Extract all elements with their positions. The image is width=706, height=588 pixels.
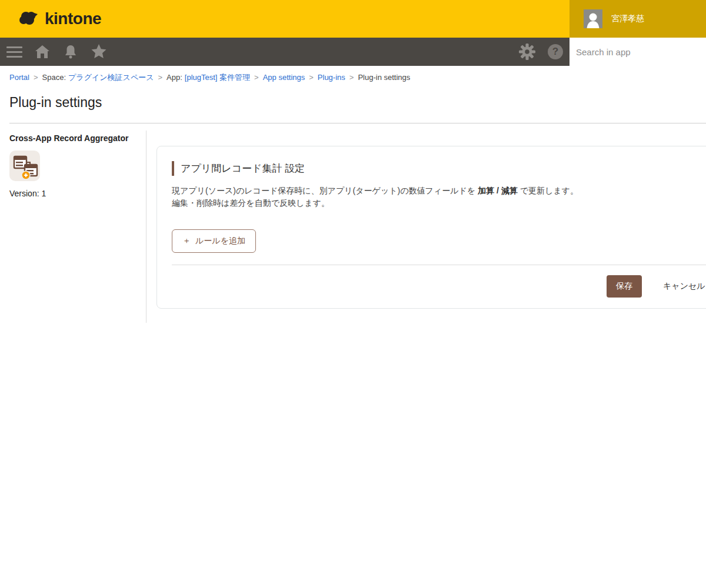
plus-badge-icon [22, 171, 30, 179]
kintone-logo[interactable]: kintone [18, 9, 101, 29]
plugin-name: Cross-App Record Aggregator [9, 133, 136, 143]
breadcrumb-separator: > [309, 73, 314, 82]
plugin-version: Version: 1 [9, 189, 136, 198]
brand-header: kintone 宮澤孝慈 [0, 0, 706, 38]
bell-icon[interactable] [56, 38, 85, 66]
breadcrumb-app-link[interactable]: [plugTest] 案件管理 [185, 73, 250, 82]
breadcrumb-separator: > [349, 73, 354, 82]
description-line2: 編集・削除時は差分を自動で反映します。 [172, 198, 329, 208]
hamburger-menu-icon[interactable] [0, 38, 28, 66]
breadcrumb-separator: > [254, 73, 259, 82]
global-navbar: ? [0, 38, 706, 66]
plugin-settings-panel: アプリ間レコード集計 設定 現アプリ(ソース)のレコード保存時に、別アプリ(ター… [156, 146, 706, 309]
help-icon[interactable]: ? [541, 38, 570, 66]
breadcrumb: Portal>Space:プラグイン検証スペース>App:[plugTest] … [0, 66, 706, 83]
save-button[interactable]: 保存 [607, 275, 642, 298]
breadcrumb-separator: > [34, 73, 38, 82]
add-rule-button[interactable]: ＋ ルールを追加 [172, 229, 256, 253]
panel-heading: アプリ間レコード集計 設定 [172, 161, 706, 176]
breadcrumb-current: Plug-in settings [358, 73, 410, 82]
heading-accent-bar [172, 161, 174, 176]
page-title: Plug-in settings [9, 95, 697, 111]
breadcrumb-portal[interactable]: Portal [9, 73, 29, 82]
plugin-sidebar: Cross-App Record Aggregator [0, 131, 146, 323]
panel-heading-text: アプリ間レコード集計 設定 [181, 162, 305, 175]
cancel-link[interactable]: キャンセル [663, 281, 705, 292]
home-icon[interactable] [28, 38, 56, 66]
cloud-logo-icon [18, 9, 42, 29]
panel-footer: 保存 キャンセル [172, 265, 706, 298]
logo-text: kintone [45, 9, 101, 28]
avatar[interactable] [584, 9, 602, 28]
plugin-icon [9, 151, 40, 181]
breadcrumb-space-prefix: Space: [42, 73, 66, 82]
user-name: 宮澤孝慈 [611, 14, 644, 24]
plus-icon: ＋ [182, 236, 191, 246]
breadcrumb-space-link[interactable]: プラグイン検証スペース [68, 73, 154, 82]
gear-icon[interactable] [513, 38, 541, 66]
breadcrumb-app-prefix: App: [166, 73, 182, 82]
search-input[interactable] [570, 38, 706, 66]
title-divider [9, 123, 706, 123]
breadcrumb-plugins[interactable]: Plug-ins [318, 73, 345, 82]
breadcrumb-app-settings[interactable]: App settings [263, 73, 305, 82]
breadcrumb-separator: > [158, 73, 162, 82]
panel-description: 現アプリ(ソース)のレコード保存時に、別アプリ(ターゲット)の数値フィールドを … [172, 185, 706, 209]
star-icon[interactable] [85, 38, 113, 66]
content-area: Cross-App Record Aggregator [0, 131, 706, 323]
app-search [570, 38, 706, 66]
settings-main: アプリ間レコード集計 設定 現アプリ(ソース)のレコード保存時に、別アプリ(ター… [146, 131, 706, 309]
user-menu[interactable]: 宮澤孝慈 [570, 0, 706, 38]
description-line1: 現アプリ(ソース)のレコード保存時に、別アプリ(ターゲット)の数値フィールドを … [172, 186, 578, 195]
